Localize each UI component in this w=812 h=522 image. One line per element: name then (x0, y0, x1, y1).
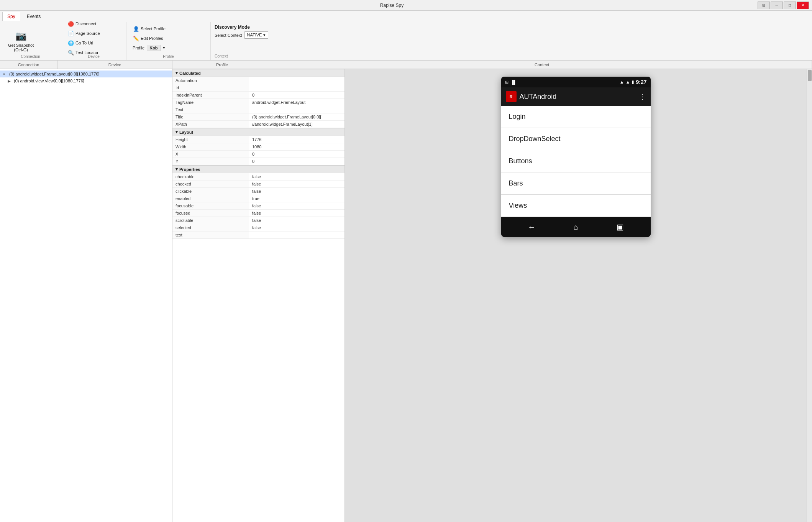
android-list-buttons[interactable]: Buttons (501, 150, 651, 172)
nav-back-button[interactable]: ← (528, 223, 535, 231)
prop-row-id: Id (172, 84, 344, 92)
get-snapshot-button[interactable]: 📷 Get Snapshot (Ctrl-G) (4, 26, 38, 57)
prop-row-height: Height 1776 (172, 136, 344, 143)
android-title-bar: R AUTAndroid ⋮ (501, 87, 651, 106)
tab-events[interactable]: Events (22, 12, 46, 21)
android-title-left: R AUTAndroid (506, 91, 557, 102)
tree-item-frame-layout[interactable]: ▾ (0) android.widget.FrameLayout[0,0][10… (0, 71, 172, 77)
prop-row-focusable: focusable false (172, 202, 344, 210)
prop-row-text: Text (172, 106, 344, 113)
kob-badge: Kob (147, 45, 160, 51)
title-bar: Rapise Spy ⊟ ─ □ ✕ (0, 0, 812, 11)
profile-label: Profile (133, 46, 144, 50)
prop-row-x: X 0 (172, 151, 344, 158)
close-button[interactable]: ✕ (797, 2, 809, 9)
camera-icon: 📷 (15, 31, 27, 41)
section-layout: ▾ Layout (172, 128, 344, 136)
restore-button[interactable]: ⊟ (758, 2, 770, 9)
rapise-logo: R (506, 91, 517, 102)
page-source-button[interactable]: 📄 Page Source (65, 29, 122, 38)
window-title: Rapise Spy (26, 3, 758, 8)
nav-home-button[interactable]: ⌂ (574, 223, 578, 231)
android-content: Login DropDownSelect Buttons Bars Views (501, 106, 651, 217)
android-device: ⊞ ▐▌ ▲ ▲ ▮ 9:27 R AUTAndroid ⋮ (501, 77, 651, 237)
kob-dropdown[interactable]: ▾ (163, 45, 165, 50)
device-section-label: Device (61, 54, 126, 59)
tree-label-view: (0) android.view.View[0,0][1080,1776] (14, 79, 84, 83)
prop-row-scrollable: scrollable false (172, 217, 344, 224)
properties-panel: ▾ Calculated Automation Id IndexInParent… (172, 69, 345, 522)
section-collapse-layout[interactable]: ▾ (176, 130, 178, 135)
window-controls[interactable]: ⊟ ─ □ ✕ (758, 2, 809, 9)
prop-row-checkable: checkable false (172, 173, 344, 181)
connection-section-label: Connection (0, 54, 61, 59)
col-header-profile: Profile (172, 61, 272, 69)
app-name: AUTAndroid (520, 93, 557, 101)
prop-row-clickable: clickable false (172, 188, 344, 195)
go-to-url-icon: 🌐 (68, 40, 74, 46)
page-source-icon: 📄 (68, 31, 74, 36)
toolbar-connection: 📷 Get Snapshot (Ctrl-G) Connection (0, 22, 61, 60)
toolbar: 📷 Get Snapshot (Ctrl-G) Connection 🔴 Dis… (0, 22, 812, 61)
native-dropdown[interactable]: NATIVE ▾ (244, 31, 268, 39)
col-header-context: Context (272, 61, 812, 69)
android-list-login[interactable]: Login (501, 106, 651, 128)
tab-spy[interactable]: Spy (2, 12, 20, 21)
prop-row-checked: checked false (172, 181, 344, 188)
toolbar-context: Discovery Mode Select Context NATIVE ▾ C… (211, 22, 287, 60)
section-calculated: ▾ Calculated (172, 69, 344, 77)
prop-row-selected: selected false (172, 224, 344, 231)
section-collapse-calculated[interactable]: ▾ (176, 71, 178, 76)
go-to-url-button[interactable]: 🌐 Go To Url (65, 39, 122, 48)
prop-row-xpath: XPath //android.widget.FrameLayout[1] (172, 121, 344, 128)
discovery-mode-label: Discovery Mode (215, 25, 284, 30)
maximize-button[interactable]: □ (784, 2, 796, 9)
wifi-icon: ▲ (620, 79, 624, 85)
section-properties: ▾ Properties (172, 165, 344, 173)
prop-row-focused: focused false (172, 210, 344, 217)
minimize-button[interactable]: ─ (771, 2, 783, 9)
col-header-connection: Connection (0, 61, 57, 69)
android-status-right: ▲ ▲ ▮ 9:27 (620, 79, 647, 85)
disconnect-icon: 🔴 (68, 21, 74, 27)
edit-profiles-button[interactable]: ✏️ Edit Profiles (130, 34, 207, 43)
barcode-icon: ▐▌ (511, 80, 517, 84)
prop-row-automation: Automation (172, 77, 344, 84)
grid-icon: ⊞ (505, 80, 509, 85)
android-nav-bar: ← ⌂ ▣ (501, 217, 651, 237)
android-list-views[interactable]: Views (501, 195, 651, 217)
disconnect-button[interactable]: 🔴 Disconnect (65, 20, 122, 28)
prop-row-width: Width 1080 (172, 143, 344, 151)
prop-row-title: Title (0) android.widget.FrameLayout[0,0… (172, 113, 344, 121)
android-status-left: ⊞ ▐▌ (505, 80, 517, 85)
android-list-bars[interactable]: Bars (501, 172, 651, 195)
nav-recent-button[interactable]: ▣ (617, 222, 624, 231)
tree-toggle-view[interactable]: ▶ (8, 79, 12, 83)
edit-profiles-icon: ✏️ (133, 36, 139, 41)
tree-item-view[interactable]: ▶ (0) android.view.View[0,0][1080,1776] (0, 77, 172, 84)
android-status-bar: ⊞ ▐▌ ▲ ▲ ▮ 9:27 (501, 77, 651, 87)
tree-panel[interactable]: ▾ (0) android.widget.FrameLayout[0,0][10… (0, 69, 172, 522)
toolbar-device: 🔴 Disconnect 📄 Page Source 🌐 Go To Url 🔍… (61, 22, 126, 60)
app-menu-icon[interactable]: ⋮ (638, 92, 646, 101)
scroll-indicator[interactable] (807, 69, 812, 522)
select-context-label: Select Context (215, 33, 242, 38)
prop-row-y: Y 0 (172, 158, 344, 165)
select-context-row: Select Context NATIVE ▾ (215, 31, 284, 39)
prop-row-text-prop: text (172, 231, 344, 239)
tree-toggle-frame[interactable]: ▾ (3, 72, 8, 76)
android-panel: ⊞ ▐▌ ▲ ▲ ▮ 9:27 R AUTAndroid ⋮ (345, 69, 807, 522)
select-profile-button[interactable]: 👤 Select Profile (130, 25, 207, 33)
section-collapse-properties[interactable]: ▾ (176, 167, 178, 172)
signal-icon: ▲ (626, 79, 630, 85)
select-profile-icon: 👤 (133, 26, 139, 32)
prop-row-tagname: TagName android.widget.FrameLayout (172, 99, 344, 106)
time-display: 9:27 (636, 79, 646, 85)
get-snapshot-label: Get Snapshot (Ctrl-G) (8, 43, 34, 52)
android-list-dropdownselect[interactable]: DropDownSelect (501, 128, 651, 150)
profile-section-label: Profile (126, 54, 210, 59)
context-section-label: Context (215, 54, 284, 58)
main-content: ▾ (0) android.widget.FrameLayout[0,0][10… (0, 69, 812, 522)
toolbar-profile: 👤 Select Profile ✏️ Edit Profiles Profil… (126, 22, 211, 60)
prop-row-indexinparent: IndexInParent 0 (172, 92, 344, 99)
